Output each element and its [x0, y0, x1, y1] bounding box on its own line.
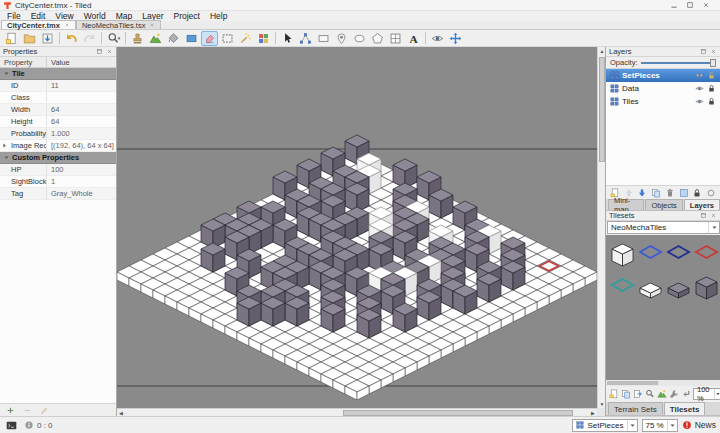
layer-item-tiles[interactable]: Tiles: [606, 95, 720, 108]
layer-item-data[interactable]: Data: [606, 82, 720, 95]
map-horizontal-scrollbar[interactable]: ◀ ▶: [117, 408, 597, 416]
tileset-tile[interactable]: [693, 272, 720, 304]
tab-close-icon[interactable]: [149, 22, 155, 28]
panel-close-button[interactable]: [710, 48, 717, 55]
bucket-fill-tool[interactable]: [165, 31, 182, 46]
property-value[interactable]: 64: [46, 104, 116, 115]
select-objects-tool[interactable]: [279, 31, 296, 46]
minimize-button[interactable]: [667, 0, 681, 10]
export-tileset-button[interactable]: [633, 388, 643, 401]
document-tab[interactable]: NeoMechaTiles.tsx: [76, 20, 162, 29]
property-value[interactable]: Gray_Whole: [46, 188, 116, 199]
current-layer-select[interactable]: SetPieces: [572, 419, 637, 432]
property-value[interactable]: 1: [46, 176, 116, 187]
tileset-tile[interactable]: [609, 272, 636, 304]
property-row[interactable]: Height64: [0, 116, 116, 128]
edit-tileset-button[interactable]: [669, 388, 679, 401]
news-button[interactable]: News: [682, 420, 716, 430]
panel-float-button[interactable]: [96, 48, 103, 55]
insert-rectangle-tool[interactable]: [315, 31, 332, 46]
maximize-button[interactable]: [683, 0, 697, 10]
panel-float-button[interactable]: [700, 212, 707, 219]
menu-help[interactable]: Help: [205, 11, 232, 21]
rect-select-tool[interactable]: [219, 31, 236, 46]
insert-text-tool[interactable]: A: [405, 31, 422, 46]
opacity-slider[interactable]: [641, 58, 716, 67]
property-value[interactable]: 100: [46, 164, 116, 175]
issues-counter[interactable]: 0 : 0: [24, 420, 53, 430]
edit-polygons-tool[interactable]: [297, 31, 314, 46]
tileset-tile[interactable]: [637, 239, 664, 271]
new-map-button[interactable]: [3, 31, 20, 46]
remove-property-button[interactable]: [20, 405, 34, 416]
property-value[interactable]: [(192, 64), 64 x 64]: [46, 140, 116, 151]
zoom-tileset-button[interactable]: [645, 388, 655, 401]
magic-wand-tool[interactable]: [237, 31, 254, 46]
redo-button[interactable]: [81, 31, 98, 46]
menu-project[interactable]: Project: [169, 11, 205, 21]
save-button[interactable]: [39, 31, 56, 46]
terrain-brush-tool[interactable]: [147, 31, 164, 46]
property-row[interactable]: TagGray_Whole: [0, 188, 116, 200]
close-button[interactable]: [699, 0, 713, 10]
highlight-current-layer-button[interactable]: [429, 31, 446, 46]
property-value[interactable]: 64: [46, 116, 116, 127]
tab-layers[interactable]: Layers: [684, 199, 720, 210]
tab-objects[interactable]: Objects: [645, 199, 682, 210]
property-group-header[interactable]: Custom Properties: [0, 152, 116, 164]
new-tileset-button[interactable]: [609, 388, 619, 401]
layer-visibility-toggle[interactable]: [705, 187, 717, 199]
tab-tilesets[interactable]: Tilesets: [664, 402, 706, 415]
shape-fill-tool[interactable]: [183, 31, 200, 46]
property-row[interactable]: HP100: [0, 164, 116, 176]
duplicate-layer-button[interactable]: [650, 187, 662, 199]
panel-close-button[interactable]: [106, 48, 113, 55]
panel-float-button[interactable]: [700, 48, 707, 55]
tileset-view[interactable]: [606, 235, 720, 386]
zoom-select[interactable]: 75 %: [642, 419, 678, 432]
document-tab[interactable]: CityCenter.tmx: [1, 20, 76, 29]
edit-property-button[interactable]: [37, 405, 51, 416]
property-row[interactable]: SightBlocking1: [0, 176, 116, 188]
tileset-tile[interactable]: [665, 272, 692, 304]
tileset-scroll-handle[interactable]: [607, 381, 658, 385]
insert-tile-tool[interactable]: [387, 31, 404, 46]
property-row[interactable]: Width64: [0, 104, 116, 116]
stamp-brush-tool[interactable]: [129, 31, 146, 46]
zoom-menu-button[interactable]: ▾: [105, 31, 122, 46]
console-toggle-button[interactable]: [4, 419, 19, 431]
property-row[interactable]: Class: [0, 92, 116, 104]
duplicate-tileset-button[interactable]: [621, 388, 631, 401]
open-file-button[interactable]: [21, 31, 38, 46]
map-view[interactable]: ▲ ▼ ◀ ▶: [117, 47, 605, 416]
insert-polygon-tool[interactable]: [369, 31, 386, 46]
tab-terrain-sets[interactable]: Terrain Sets: [608, 402, 663, 415]
remove-layer-button[interactable]: [664, 187, 676, 199]
add-property-button[interactable]: [3, 405, 17, 416]
highlight-layer-toggle[interactable]: [678, 187, 690, 199]
property-row[interactable]: ID11: [0, 80, 116, 92]
property-row[interactable]: Image Rect[(192, 64), 64 x 64]: [0, 140, 116, 152]
terrain-edit-button[interactable]: [657, 388, 667, 401]
map-vertical-scrollbar[interactable]: ▲ ▼: [597, 47, 605, 408]
tileset-zoom-select[interactable]: 100 %: [693, 388, 720, 400]
expander-icon[interactable]: [1, 142, 8, 149]
tab-close-icon[interactable]: [64, 22, 70, 28]
opacity-slider-handle[interactable]: [710, 59, 716, 67]
property-value[interactable]: [46, 92, 116, 103]
tab-mini-map[interactable]: Mini-map: [608, 199, 644, 210]
property-row[interactable]: Probability1.000: [0, 128, 116, 140]
panel-close-button[interactable]: [710, 212, 717, 219]
undo-button[interactable]: [63, 31, 80, 46]
tileset-select[interactable]: NeoMechaTiles: [607, 221, 720, 234]
tileset-tile[interactable]: [665, 239, 692, 271]
tileset-tile[interactable]: [637, 272, 664, 304]
eraser-tool[interactable]: [201, 31, 218, 46]
property-value[interactable]: 11: [46, 80, 116, 91]
lock-layer-toggle[interactable]: [692, 187, 704, 199]
insert-point-tool[interactable]: [333, 31, 350, 46]
property-group-header[interactable]: Tile: [0, 68, 116, 80]
embed-tileset-button[interactable]: [681, 388, 691, 401]
property-value[interactable]: 1.000: [46, 128, 116, 139]
offset-layers-tool[interactable]: [447, 31, 464, 46]
